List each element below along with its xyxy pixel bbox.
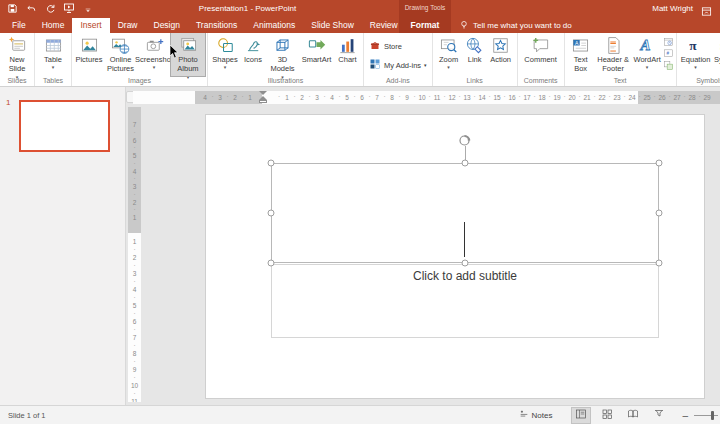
ribbon-pictures-button[interactable]: Pictures: [74, 33, 104, 76]
rotation-handle[interactable]: [458, 133, 471, 151]
undo-icon[interactable]: [25, 3, 37, 15]
selection-handle[interactable]: [462, 260, 469, 267]
symbol-label: Symbol: [714, 55, 720, 64]
ribbon-shapes-button[interactable]: Shapes▾: [210, 33, 240, 76]
selection-handle[interactable]: [656, 160, 663, 167]
ribbon-table-button[interactable]: Table▾: [37, 33, 69, 76]
subtitle-prompt-text: Click to add subtitle: [272, 265, 658, 283]
selection-handle[interactable]: [268, 260, 275, 267]
ruler-number: 13: [463, 94, 470, 101]
ribbon-equation-button[interactable]: πEquation▾: [679, 33, 713, 76]
slide-thumbnail[interactable]: [19, 100, 110, 152]
ruler-number: 6: [360, 94, 364, 101]
ruler-number: ·: [128, 144, 141, 151]
customize-qat-icon[interactable]: [82, 3, 94, 15]
subtitle-placeholder[interactable]: Click to add subtitle: [271, 264, 659, 338]
reading-view-button[interactable]: [624, 408, 642, 423]
ribbon-slide-number-button[interactable]: #: [663, 48, 674, 59]
ribbon-icons-button[interactable]: Icons: [240, 33, 266, 76]
selection-handle[interactable]: [268, 210, 275, 217]
selection-handle[interactable]: [268, 160, 275, 167]
slide-show-view-button[interactable]: [650, 408, 668, 423]
zoom-slider[interactable]: [694, 415, 718, 416]
ribbon-smartart-button[interactable]: SmartArt: [299, 33, 334, 76]
notes-button[interactable]: Notes: [519, 409, 553, 421]
ribbon-display-options-icon[interactable]: [701, 3, 712, 21]
equation-dropdown-arrow[interactable]: ▾: [694, 64, 697, 70]
slide-thumbnail-panel: 1: [0, 87, 126, 405]
ruler-number: ·: [563, 93, 565, 100]
status-bar: Slide 1 of 1 Notes –: [0, 405, 720, 424]
ruler-number: 10: [418, 94, 425, 101]
ruler-number: 3: [315, 94, 319, 101]
ruler-number: 1: [128, 214, 141, 221]
comment-icon: [531, 36, 550, 55]
tab-transitions[interactable]: Transitions: [188, 18, 245, 33]
ribbon-link-button[interactable]: Link: [463, 33, 487, 76]
table-dropdown-arrow[interactable]: ▾: [52, 64, 55, 70]
ribbon-action-button[interactable]: Action: [487, 33, 515, 76]
ruler-number: 3: [128, 270, 141, 277]
indent-markers[interactable]: [259, 91, 268, 104]
selection-handle[interactable]: [462, 160, 469, 167]
slide-canvas[interactable]: Click to add subtitle: [205, 114, 705, 399]
ruler-number: 4: [128, 167, 141, 174]
svg-text:A: A: [575, 40, 579, 46]
ruler-number: 15: [493, 94, 500, 101]
slide-indicator: Slide 1 of 1: [8, 411, 46, 420]
date-time-icon: [663, 36, 674, 47]
pictures-label: Pictures: [75, 55, 102, 64]
ribbon-screenshot-button[interactable]: Screenshot▾: [137, 33, 171, 76]
ribbon-online-pictures-button[interactable]: Online Pictures: [104, 33, 137, 76]
action-icon: [491, 36, 510, 55]
ribbon-comment-button[interactable]: Comment: [520, 33, 562, 76]
ribbon-wordart-button[interactable]: AWordArt▾: [632, 33, 663, 76]
redo-icon[interactable]: [44, 3, 56, 15]
tab-slide-show[interactable]: Slide Show: [303, 18, 362, 33]
slide-sorter-view-icon: [601, 406, 613, 424]
ribbon-chart-button[interactable]: Chart: [334, 33, 361, 76]
zoom-slider-handle[interactable]: [711, 411, 714, 420]
smartart-label: SmartArt: [302, 55, 332, 64]
group-label-slides: Slides: [2, 77, 32, 86]
start-from-beginning-icon[interactable]: [63, 3, 75, 15]
ribbon-3d-models-button[interactable]: 3D Models▾: [266, 33, 299, 76]
ribbon-my-add-ins-button[interactable]: My Add-ins▾: [369, 58, 427, 72]
zoom-out-button[interactable]: –: [682, 410, 688, 421]
horizontal-ruler[interactable]: 4·3·2·11·2·3·4·5·6·7·8·9·10·11·12·13·14·…: [133, 91, 720, 104]
tab-draw[interactable]: Draw: [110, 18, 146, 33]
vertical-ruler[interactable]: 7·6·5·4·3·2·11·2·3·4·5·6·7·8·9·10·11: [128, 107, 141, 402]
slide-sorter-view-button[interactable]: [598, 408, 616, 423]
ruler-number: 2: [300, 94, 304, 101]
tab-file[interactable]: File: [4, 18, 34, 33]
zoom-dropdown-arrow[interactable]: ▾: [447, 64, 450, 70]
notes-label: Notes: [532, 411, 553, 420]
ribbon-new-slide-button[interactable]: New Slide▾: [2, 33, 32, 76]
tab-insert[interactable]: Insert: [72, 18, 109, 33]
ribbon-store-button[interactable]: Store: [369, 39, 427, 53]
tab-home[interactable]: Home: [34, 18, 73, 33]
wordart-dropdown-arrow[interactable]: ▾: [646, 64, 649, 70]
ribbon-date-time-button[interactable]: [663, 36, 674, 47]
tab-animations[interactable]: Animations: [245, 18, 303, 33]
ruler-number: ·: [503, 93, 505, 100]
ribbon-symbol-button[interactable]: ΩSymbol: [713, 33, 720, 76]
tell-me-box[interactable]: Tell me what you want to do: [459, 18, 572, 33]
ruler-number: 3: [128, 183, 141, 190]
shapes-dropdown-arrow[interactable]: ▾: [224, 64, 227, 70]
ribbon-text-box-button[interactable]: AText Box: [567, 33, 595, 76]
selection-handle[interactable]: [656, 210, 663, 217]
ribbon-header-footer-button[interactable]: Header & Footer: [595, 33, 632, 76]
tab-design[interactable]: Design: [146, 18, 188, 33]
ribbon-zoom-button[interactable]: Zoom▾: [435, 33, 463, 76]
tab-format[interactable]: Format: [399, 18, 451, 33]
ribbon-object-button[interactable]: [663, 60, 674, 71]
screenshot-dropdown-arrow[interactable]: ▾: [153, 64, 156, 70]
ruler-number: 5: [345, 94, 349, 101]
selection-handle[interactable]: [656, 260, 663, 267]
normal-view-button[interactable]: [572, 408, 590, 423]
my-add-ins-dropdown-arrow[interactable]: ▾: [424, 62, 427, 68]
save-icon[interactable]: [6, 3, 18, 15]
title-placeholder[interactable]: [271, 163, 659, 263]
ruler-number: ·: [128, 206, 141, 213]
